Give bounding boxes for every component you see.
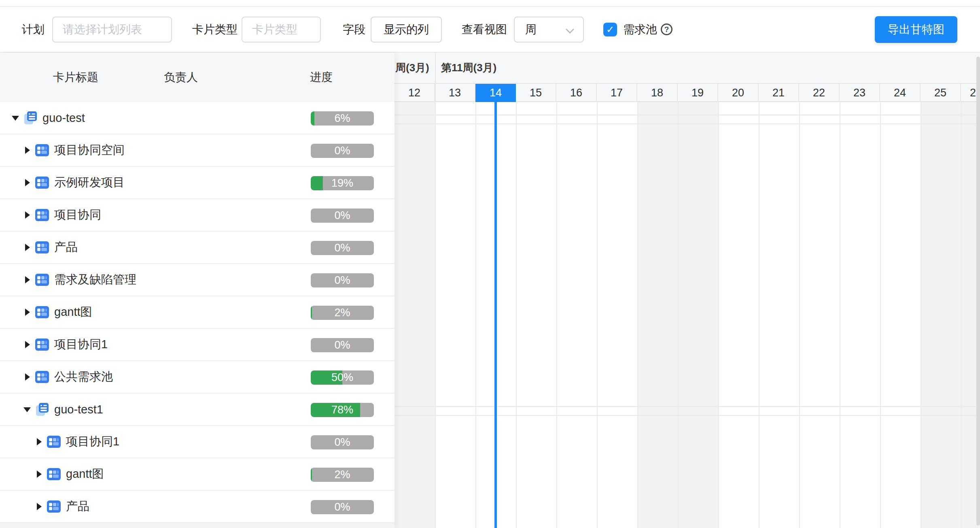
view-label: 查看视图: [462, 22, 507, 37]
table-row[interactable]: 项目协同10%: [0, 329, 395, 361]
expand-arrow-icon[interactable]: [35, 502, 43, 511]
progress-bar: 2%: [311, 468, 374, 482]
project-icon: [35, 208, 49, 222]
table-row[interactable]: gantt图2%: [0, 296, 395, 329]
row-title: gantt图: [54, 304, 92, 320]
progress-bar: 0%: [311, 241, 374, 255]
expand-arrow-icon[interactable]: [23, 276, 31, 284]
export-gantt-button[interactable]: 导出甘特图: [875, 16, 957, 43]
grid-line: [678, 102, 679, 528]
expand-arrow-icon[interactable]: [23, 179, 31, 187]
day-cell: 23: [840, 84, 880, 102]
progress-value: 0%: [311, 209, 374, 223]
show-columns-button[interactable]: 显示的列: [371, 17, 442, 43]
table-row[interactable]: gantt图2%: [0, 458, 395, 491]
project-icon: [47, 467, 61, 481]
grid-line: [597, 102, 598, 528]
table-row[interactable]: 项目协同空间0%: [0, 134, 395, 167]
progress-bar: 0%: [311, 144, 374, 158]
expand-arrow-icon[interactable]: [23, 146, 31, 154]
collapse-arrow-icon[interactable]: [23, 405, 31, 413]
project-icon: [47, 499, 61, 514]
day-cell: 20: [718, 84, 759, 102]
project-icon: [35, 370, 49, 384]
help-icon[interactable]: ?: [661, 23, 672, 35]
row-title: 项目协同空间: [54, 142, 125, 158]
grid-line: [759, 102, 759, 528]
row-title: guo-test: [42, 111, 85, 125]
panel-bottom-strip: [0, 523, 395, 528]
expand-arrow-icon[interactable]: [35, 470, 43, 478]
plan-select-input[interactable]: [52, 17, 172, 43]
plan-label: 计划: [22, 22, 45, 37]
row-title: 产品: [54, 239, 78, 255]
column-header-owner: 负责人: [164, 53, 198, 102]
table-row[interactable]: 产品0%: [0, 232, 395, 264]
weekend-column: [678, 102, 718, 528]
pool-checkbox-label: 需求池: [623, 22, 657, 37]
card-type-input[interactable]: [242, 17, 321, 43]
plan-icon: [35, 402, 49, 417]
view-select-value: 周: [525, 22, 537, 37]
column-header-progress: 进度: [310, 53, 333, 102]
grid-line: [961, 102, 962, 528]
expand-arrow-icon[interactable]: [23, 341, 31, 349]
field-label: 字段: [343, 22, 365, 37]
check-icon: ✓: [606, 24, 614, 35]
progress-value: 0%: [311, 273, 374, 287]
table-row[interactable]: 产品0%: [0, 491, 395, 523]
day-cell: 17: [597, 84, 637, 102]
table-row[interactable]: 需求及缺陷管理0%: [0, 264, 395, 296]
table-row[interactable]: 项目协同0%: [0, 199, 395, 232]
expand-arrow-icon[interactable]: [23, 211, 31, 219]
row-title: gantt图: [66, 466, 104, 482]
expand-arrow-icon[interactable]: [35, 438, 43, 446]
day-cell: 22: [799, 84, 840, 102]
column-header-title: 卡片标题: [53, 53, 98, 102]
vertical-scrollbar[interactable]: [976, 57, 980, 526]
expand-arrow-icon[interactable]: [23, 373, 31, 381]
progress-value: 0%: [311, 144, 374, 158]
progress-value: 0%: [311, 500, 374, 514]
row-title: guo-test1: [54, 403, 103, 416]
project-icon: [35, 240, 49, 255]
collapse-arrow-icon[interactable]: [11, 114, 19, 122]
grid-line: [840, 102, 840, 528]
pool-checkbox[interactable]: ✓: [603, 23, 617, 36]
grid-line: [516, 102, 517, 528]
progress-value: 2%: [311, 306, 374, 320]
progress-value: 6%: [311, 111, 374, 126]
main-area: 周(3月) 第11周(3月) 1213141516171819202122232…: [0, 53, 980, 528]
progress-bar: 78%: [311, 403, 374, 417]
progress-value: 78%: [311, 403, 374, 417]
table-row[interactable]: 公共需求池50%: [0, 361, 395, 394]
project-icon: [35, 305, 49, 319]
chevron-down-icon: [567, 26, 573, 33]
progress-bar: 0%: [311, 273, 374, 287]
view-select[interactable]: 周: [514, 17, 584, 43]
expand-arrow-icon[interactable]: [23, 243, 31, 251]
grid-line: [556, 102, 557, 528]
task-table-panel: 卡片标题 负责人 进度 guo-test6%项目协同空间0%示例研发项目19%项…: [0, 53, 395, 528]
row-title: 项目协同1: [54, 336, 108, 353]
progress-bar: 0%: [311, 500, 374, 514]
project-icon: [47, 434, 61, 449]
grid-line: [637, 102, 638, 528]
table-row[interactable]: guo-test6%: [0, 102, 395, 134]
day-cell: 18: [637, 84, 678, 102]
row-title: 需求及缺陷管理: [54, 272, 136, 288]
table-row[interactable]: 项目协同10%: [0, 426, 395, 458]
progress-bar: 6%: [311, 111, 374, 126]
table-row[interactable]: 示例研发项目19%: [0, 167, 395, 199]
row-title: 示例研发项目: [54, 175, 125, 191]
day-cell: 15: [516, 84, 556, 102]
progress-value: 0%: [311, 241, 374, 255]
progress-value: 19%: [311, 176, 374, 190]
progress-bar: 2%: [311, 306, 374, 320]
expand-arrow-icon[interactable]: [23, 308, 31, 316]
gantt-app: 计划 卡片类型 字段 显示的列 查看视图 周 ✓ 需求池 ? 导出甘特图 周(3…: [0, 0, 980, 528]
project-icon: [35, 273, 49, 287]
week-label: 第11周(3月): [441, 53, 496, 83]
progress-bar: 50%: [311, 370, 374, 385]
table-row[interactable]: guo-test178%: [0, 394, 395, 426]
